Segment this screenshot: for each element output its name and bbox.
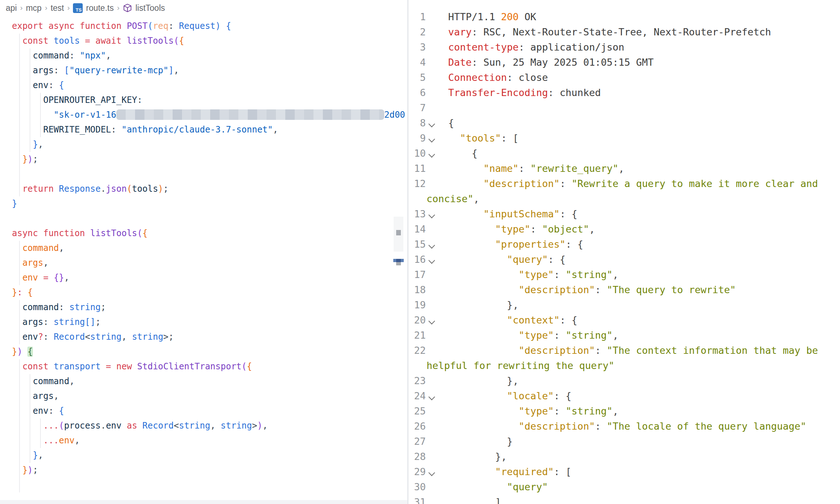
line-number: 4	[408, 55, 426, 70]
fold-column	[426, 434, 448, 449]
code-line[interactable]	[12, 478, 407, 492]
scrollbar-cursor-marker-core	[396, 259, 401, 262]
fold-column	[426, 343, 448, 358]
indent-guide	[30, 418, 30, 433]
fold-column	[426, 464, 448, 479]
indent-guide	[19, 108, 20, 122]
response-row: 11 "name": "rewrite_query",	[408, 161, 840, 176]
fold-column	[426, 100, 448, 116]
code-line[interactable]: command: "npx",	[12, 48, 407, 63]
code-line[interactable]: command,	[12, 374, 407, 389]
code-line[interactable]: command: string;	[12, 300, 407, 315]
code-line[interactable]: env: {	[12, 78, 407, 93]
code-line[interactable]: },	[12, 137, 407, 152]
response-row: 17 "type": "string",	[408, 267, 840, 282]
fold-column	[426, 388, 448, 404]
code-line[interactable]: OPENROUTER_API_KEY:	[12, 93, 407, 108]
code-line[interactable]: ...(process.env as Record<string, string…	[12, 418, 407, 433]
chevron-down-icon[interactable]	[428, 394, 435, 400]
indent-guide	[19, 78, 20, 93]
code-line[interactable]: }) {	[12, 344, 407, 359]
code-line[interactable]: },	[12, 448, 407, 463]
response-line-content: "type": "string",	[448, 404, 840, 419]
fold-column	[426, 40, 448, 55]
fold-column	[426, 55, 448, 70]
line-number: 18	[408, 282, 426, 297]
indent-guide	[19, 300, 20, 315]
chevron-down-icon[interactable]	[428, 318, 435, 324]
code-line[interactable]: env?: Record<string, string>;	[12, 330, 407, 344]
code-line[interactable]: env = {},	[12, 270, 407, 285]
fold-column	[426, 237, 448, 252]
horizontal-scrollbar[interactable]	[0, 500, 407, 504]
line-number: 15	[408, 237, 426, 252]
breadcrumb-item-api[interactable]: api	[6, 3, 17, 13]
code-line[interactable]: ...env,	[12, 433, 407, 448]
chevron-down-icon[interactable]	[428, 257, 435, 264]
line-number: 6	[408, 85, 426, 100]
code-line[interactable]: const transport = new StdioClientTranspo…	[12, 359, 407, 374]
code-line[interactable]: REWRITE_MODEL: "anthropic/claude-3.7-son…	[12, 122, 407, 137]
response-line-content: Transfer-Encoding: chunked	[448, 85, 840, 100]
code-line[interactable]: args,	[12, 256, 407, 270]
code-line[interactable]: const tools = await listTools({	[12, 34, 407, 48]
code-editor[interactable]: export async function POST(req: Request)…	[0, 16, 407, 492]
code-line[interactable]: }	[12, 196, 407, 211]
response-row: 4Date: Sun, 25 May 2025 01:05:15 GMT	[408, 55, 840, 70]
chevron-down-icon[interactable]	[428, 469, 435, 476]
code-line[interactable]: export async function POST(req: Request)…	[12, 19, 407, 34]
code-line[interactable]: command,	[12, 241, 407, 256]
indent-guide	[19, 448, 20, 463]
code-line[interactable]: args,	[12, 389, 407, 404]
line-number: 30	[408, 479, 426, 495]
code-line[interactable]	[12, 167, 407, 182]
response-row: 3content-type: application/json	[408, 40, 840, 55]
response-line-content	[448, 100, 840, 116]
chevron-down-icon[interactable]	[428, 242, 435, 248]
response-row: 8{	[408, 116, 840, 131]
code-line[interactable]: }: {	[12, 285, 407, 300]
code-line[interactable]: args: string[];	[12, 315, 407, 330]
response-line-content: {	[448, 146, 840, 161]
response-row: 16 "query": {	[408, 252, 840, 267]
response-line-content: vary: RSC, Next-Router-State-Tree, Next-…	[448, 25, 840, 40]
response-line-content: }	[448, 434, 840, 449]
chevron-down-icon[interactable]	[428, 151, 435, 157]
breadcrumb-item-symbol[interactable]: listTools	[135, 3, 165, 13]
breadcrumb-item-file[interactable]: route.ts	[86, 3, 114, 13]
indent-guide	[40, 418, 41, 433]
response-wrapped-line: concise",	[408, 191, 840, 207]
response-row: 15 "properties": {	[408, 237, 840, 252]
scrollbar-thumb[interactable]	[396, 230, 401, 235]
editor-panel: api › mcp › test › TS route.ts › listToo…	[0, 0, 407, 504]
response-line-content: content-type: application/json	[448, 40, 840, 55]
line-number: 27	[408, 434, 426, 449]
response-row: 21 "type": "string",	[408, 328, 840, 343]
breadcrumb-item-test[interactable]: test	[51, 3, 64, 13]
code-line[interactable]: });	[12, 152, 407, 167]
code-line[interactable]: env: {	[12, 404, 407, 418]
code-line[interactable]: async function listTools({	[12, 226, 407, 241]
response-line-content: "type": "object",	[448, 222, 840, 237]
response-line-content: "required": [	[448, 464, 840, 479]
code-line[interactable]: "sk-or-v1-162d00	[12, 108, 407, 122]
response-row: 5Connection: close	[408, 70, 840, 85]
indent-guide	[30, 48, 30, 63]
chevron-down-icon[interactable]	[428, 136, 435, 142]
chevron-down-icon[interactable]	[428, 121, 435, 127]
response-line-content: {	[448, 116, 840, 131]
indent-guide	[19, 478, 20, 492]
breadcrumb-item-mcp[interactable]: mcp	[26, 3, 42, 13]
line-number: 12	[408, 176, 426, 191]
code-line[interactable]: return Response.json(tools);	[12, 182, 407, 196]
code-line[interactable]: });	[12, 463, 407, 478]
response-line-content: "query": {	[448, 252, 840, 267]
response-row: 19 },	[408, 297, 840, 313]
line-number: 10	[408, 146, 426, 161]
indent-guide	[19, 241, 20, 256]
code-line[interactable]: args: ["query-rewrite-mcp"],	[12, 63, 407, 78]
indent-guide	[30, 448, 30, 463]
chevron-down-icon[interactable]	[428, 212, 435, 218]
line-number: 13	[408, 207, 426, 222]
code-line[interactable]	[12, 211, 407, 226]
